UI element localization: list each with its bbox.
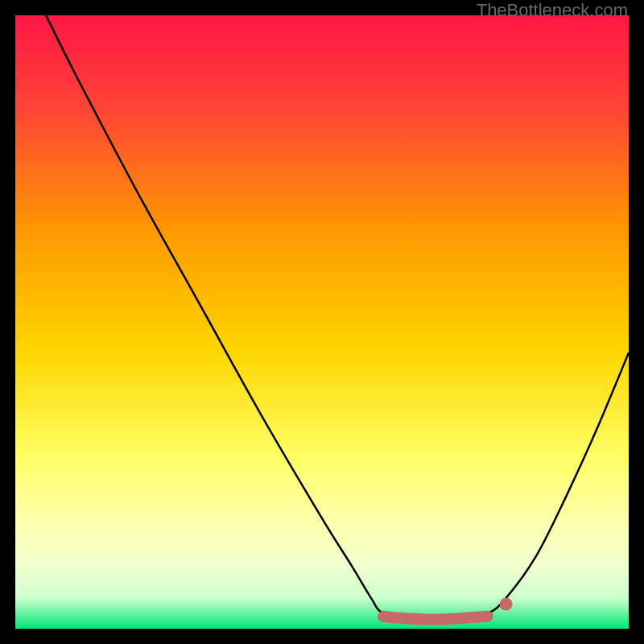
optimal-point <box>500 598 513 611</box>
gradient-background <box>15 15 629 629</box>
attribution-text: TheBottleneck.com <box>477 0 628 21</box>
chart-canvas <box>15 15 629 629</box>
optimal-band <box>383 617 488 620</box>
